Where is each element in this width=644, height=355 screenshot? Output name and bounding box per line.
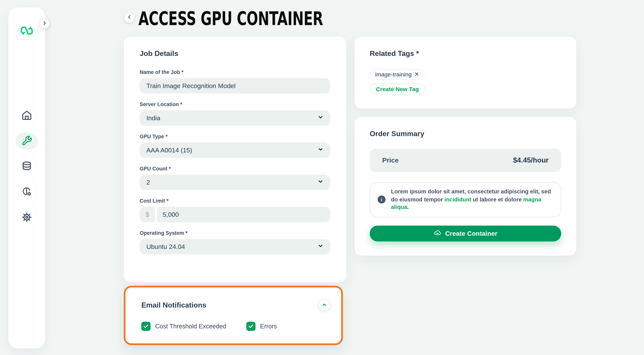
cost-limit-input[interactable] <box>157 207 330 222</box>
gpu-count-label: GPU Count * <box>140 166 330 172</box>
tag-label: image-training <box>375 71 412 77</box>
checkbox-errors[interactable]: Errors <box>246 322 277 331</box>
create-container-button[interactable]: Create Container <box>370 226 561 241</box>
job-details-title: Job Details <box>140 49 330 58</box>
field-gpu-count: GPU Count * 2 <box>140 166 330 190</box>
currency-prefix: $ <box>140 207 155 222</box>
job-name-label: Name of the Job * <box>140 69 330 75</box>
field-gpu-type: GPU Type * AAA A0014 (15) <box>140 134 330 158</box>
price-value: $4.45/hour <box>513 156 549 165</box>
price-label: Price <box>382 157 398 164</box>
checkbox-label: Cost Threshold Exceeded <box>155 323 226 330</box>
chevron-up-icon <box>321 301 328 309</box>
field-job-name: Name of the Job * <box>140 69 330 94</box>
related-tags-title: Related Tags * <box>370 49 561 58</box>
price-row: Price $4.45/hour <box>370 149 561 172</box>
email-notifications-title: Email Notifications <box>141 301 206 310</box>
chevron-left-icon <box>126 14 132 21</box>
database-icon <box>21 161 32 173</box>
job-name-input[interactable] <box>140 78 330 94</box>
create-new-tag-button[interactable]: Create New Tag <box>370 83 425 94</box>
checkbox-checked-icon <box>141 322 150 331</box>
info-note: i Lorem ipsum dolor sit amet, consectetu… <box>370 182 561 217</box>
chevron-down-icon <box>318 243 324 251</box>
operating-system-label: Operating System * <box>140 230 330 236</box>
create-container-label: Create Container <box>445 230 498 237</box>
chevron-down-icon <box>318 146 324 154</box>
sidebar-item-ai[interactable] <box>16 184 38 200</box>
cost-limit-label: Cost Limit * <box>140 198 330 204</box>
ai-settings-icon <box>21 186 32 198</box>
cloud-upload-icon <box>434 229 441 238</box>
order-summary-card: Order Summary Price $4.45/hour i Lorem i… <box>354 117 576 256</box>
operating-system-value: Ubuntu 24.04 <box>146 243 185 251</box>
gpu-count-select[interactable]: 2 <box>140 175 330 190</box>
sidebar-item-database[interactable] <box>16 158 38 175</box>
gpu-count-value: 2 <box>146 179 150 186</box>
related-tags-card: Related Tags * image-training Create New… <box>354 37 576 109</box>
checkbox-cost-threshold[interactable]: Cost Threshold Exceeded <box>141 322 226 331</box>
app-root: ACCESS GPU CONTAINER Job Details Name of… <box>0 0 644 355</box>
wrench-icon <box>21 135 32 147</box>
sidebar-item-settings[interactable] <box>16 209 38 226</box>
chevron-down-icon <box>318 178 324 186</box>
field-server-location: Server Location * India <box>140 101 330 126</box>
gpu-type-label: GPU Type * <box>140 134 330 140</box>
sidebar-expand-button[interactable] <box>40 19 49 28</box>
checkbox-checked-icon <box>246 322 256 331</box>
info-icon: i <box>378 196 386 204</box>
email-notifications-card: Email Notifications Cost Threshold Excee… <box>124 286 343 345</box>
server-location-value: India <box>146 114 160 122</box>
checkbox-label: Errors <box>260 323 277 330</box>
close-icon[interactable] <box>414 71 419 77</box>
job-details-card: Job Details Name of the Job * Server Loc… <box>124 37 346 283</box>
operating-system-select[interactable]: Ubuntu 24.04 <box>140 239 330 255</box>
sidebar-item-home[interactable] <box>16 107 38 124</box>
server-location-select[interactable]: India <box>140 110 330 126</box>
gpu-type-value: AAA A0014 (15) <box>146 146 192 154</box>
settings-gear-icon <box>21 212 32 224</box>
page-title: ACCESS GPU CONTAINER <box>138 7 323 30</box>
field-operating-system: Operating System * Ubuntu 24.04 <box>140 230 330 255</box>
sidebar-item-tools[interactable] <box>16 133 38 150</box>
field-cost-limit: Cost Limit * $ <box>140 198 330 222</box>
sidebar <box>8 7 45 348</box>
gpu-type-select[interactable]: AAA A0014 (15) <box>140 142 330 158</box>
collapse-section-button[interactable] <box>318 299 330 311</box>
chevron-right-icon <box>42 20 47 27</box>
tag-chip: image-training <box>370 69 425 80</box>
chevron-down-icon <box>318 114 324 122</box>
info-note-text: Lorem ipsum dolor sit amet, consectetur … <box>391 188 552 211</box>
home-icon <box>21 110 32 122</box>
order-summary-title: Order Summary <box>370 129 561 138</box>
back-button[interactable] <box>124 12 134 22</box>
server-location-label: Server Location * <box>140 101 330 107</box>
infinity-logo-icon <box>20 26 34 36</box>
sidebar-nav <box>8 107 45 226</box>
